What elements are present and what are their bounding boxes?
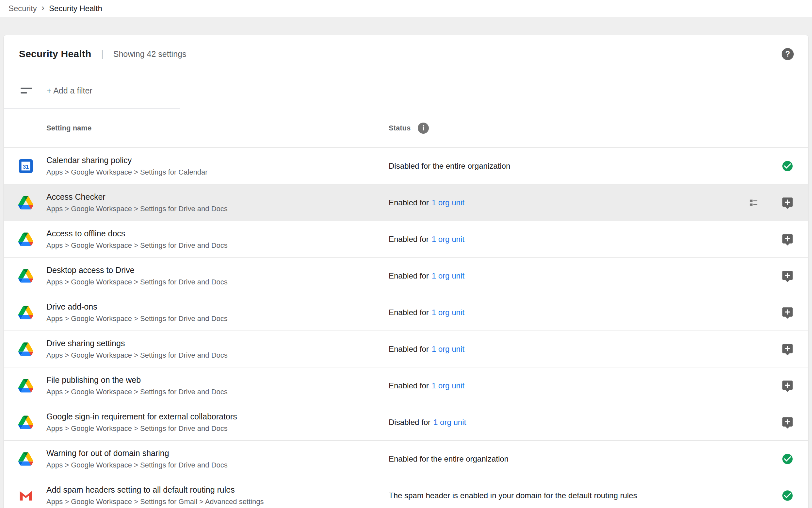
drive-icon xyxy=(18,452,33,466)
setting-title: Warning for out of domain sharing xyxy=(46,449,389,458)
table-row[interactable]: Desktop access to Drive Apps > Google Wo… xyxy=(4,258,808,294)
setting-title: Access to offline docs xyxy=(46,229,389,238)
status-text: Disabled for the entire organization xyxy=(389,162,510,171)
status-ok-icon xyxy=(781,160,794,172)
setting-icon-cell xyxy=(4,305,46,320)
status-org-unit-link[interactable]: 1 org unit xyxy=(432,235,465,244)
status-text: The spam header is enabled in your domai… xyxy=(389,491,637,500)
table-row[interactable]: Access Checker Apps > Google Workspace >… xyxy=(4,184,808,221)
breadcrumb-security[interactable]: Security xyxy=(8,4,37,13)
row-right-icons xyxy=(781,306,808,319)
add-filter-button[interactable]: + Add a filter xyxy=(47,86,92,95)
breadcrumb-current: Security Health xyxy=(49,4,102,13)
drive-icon xyxy=(18,378,33,393)
status-org-unit-link[interactable]: 1 org unit xyxy=(432,381,465,390)
drive-icon xyxy=(18,195,33,210)
setting-name-cell: Add spam headers setting to all default … xyxy=(46,485,389,506)
setting-name-cell: Desktop access to Drive Apps > Google Wo… xyxy=(46,265,389,286)
setting-path: Apps > Google Workspace > Settings for D… xyxy=(46,205,389,213)
drive-icon xyxy=(18,342,33,357)
filter-icon[interactable] xyxy=(20,88,34,93)
setting-path: Apps > Google Workspace > Settings for D… xyxy=(46,461,389,469)
setting-icon-cell xyxy=(4,232,46,247)
status-cell: Disabled for 1 org unit xyxy=(389,418,781,427)
setting-name-cell: Warning for out of domain sharing Apps >… xyxy=(46,449,389,469)
setting-path: Apps > Google Workspace > Settings for D… xyxy=(46,388,389,396)
row-right-icons xyxy=(781,490,808,502)
setting-name-cell: Drive add-ons Apps > Google Workspace > … xyxy=(46,302,389,323)
setting-name-cell: Calendar sharing policy Apps > Google Wo… xyxy=(46,156,389,176)
table-row[interactable]: Drive add-ons Apps > Google Workspace > … xyxy=(4,294,808,331)
table-row[interactable]: 31 Calendar sharing policy Apps > Google… xyxy=(4,148,808,184)
table-row[interactable]: Access to offline docs Apps > Google Wor… xyxy=(4,221,808,258)
setting-name-cell: Google sign-in requirement for external … xyxy=(46,412,389,433)
status-cell: Enabled for 1 org unit xyxy=(389,271,781,281)
svg-text:31: 31 xyxy=(23,163,29,169)
status-cell: Enabled for 1 org unit xyxy=(389,198,749,207)
setting-title: Add spam headers setting to all default … xyxy=(46,485,389,495)
setting-title: Calendar sharing policy xyxy=(46,156,389,165)
status-text: Enabled for xyxy=(389,198,429,207)
row-right-icons xyxy=(781,233,808,246)
settings-table-body: 31 Calendar sharing policy Apps > Google… xyxy=(4,148,808,508)
table-row[interactable]: Drive sharing settings Apps > Google Wor… xyxy=(4,331,808,368)
recommendation-icon[interactable] xyxy=(781,306,794,319)
setting-title: Desktop access to Drive xyxy=(46,265,389,275)
table-row[interactable]: Google sign-in requirement for external … xyxy=(4,404,808,441)
recommendation-icon[interactable] xyxy=(781,270,794,282)
info-icon[interactable]: i xyxy=(418,123,429,134)
setting-icon-cell xyxy=(4,342,46,357)
status-cell: Enabled for 1 org unit xyxy=(389,308,781,317)
status-org-unit-link[interactable]: 1 org unit xyxy=(432,271,465,281)
status-org-unit-link[interactable]: 1 org unit xyxy=(432,308,465,317)
chevron-right-icon: › xyxy=(42,3,44,14)
table-row[interactable]: Add spam headers setting to all default … xyxy=(4,477,808,508)
setting-icon-cell xyxy=(4,452,46,466)
recommendation-icon[interactable] xyxy=(781,197,794,209)
drive-icon xyxy=(18,232,33,247)
setting-name-cell: File publishing on the web Apps > Google… xyxy=(46,375,389,396)
setting-icon-cell xyxy=(4,268,46,284)
status-text: Enabled for xyxy=(389,381,429,390)
status-org-unit-link[interactable]: 1 org unit xyxy=(433,418,466,427)
status-text: Enabled for the entire organization xyxy=(389,454,509,464)
setting-path: Apps > Google Workspace > Settings for D… xyxy=(46,278,389,286)
row-right-icons xyxy=(749,197,808,209)
setting-name-cell: Access Checker Apps > Google Workspace >… xyxy=(46,192,389,213)
settings-count-label: Showing 42 settings xyxy=(113,49,187,59)
recommendation-icon[interactable] xyxy=(781,343,794,355)
row-right-icons xyxy=(781,416,808,429)
status-text: Enabled for xyxy=(389,271,429,281)
setting-path: Apps > Google Workspace > Settings for D… xyxy=(46,424,389,433)
setting-title: File publishing on the web xyxy=(46,375,389,385)
help-icon[interactable]: ? xyxy=(782,48,794,60)
setting-name-cell: Access to offline docs Apps > Google Wor… xyxy=(46,229,389,250)
status-org-unit-link[interactable]: 1 org unit xyxy=(432,345,465,354)
setting-title: Google sign-in requirement for external … xyxy=(46,412,389,421)
title-divider: | xyxy=(101,49,103,59)
drive-icon xyxy=(18,415,33,430)
rule-applied-icon xyxy=(749,198,758,208)
table-row[interactable]: File publishing on the web Apps > Google… xyxy=(4,368,808,404)
status-org-unit-link[interactable]: 1 org unit xyxy=(432,198,465,207)
table-row[interactable]: Warning for out of domain sharing Apps >… xyxy=(4,441,808,477)
setting-icon-cell: 31 xyxy=(4,159,46,174)
setting-title: Access Checker xyxy=(46,192,389,202)
status-text: Enabled for xyxy=(389,345,429,354)
recommendation-icon[interactable] xyxy=(781,380,794,392)
status-cell: The spam header is enabled in your domai… xyxy=(389,491,781,500)
recommendation-icon[interactable] xyxy=(781,416,794,429)
status-text: Enabled for xyxy=(389,235,429,244)
status-cell: Enabled for 1 org unit xyxy=(389,381,781,390)
calendar-icon: 31 xyxy=(18,159,33,174)
status-cell: Enabled for 1 org unit xyxy=(389,235,781,244)
security-health-card: Security Health | Showing 42 settings ? … xyxy=(4,35,808,508)
status-text: Disabled for xyxy=(389,418,430,427)
setting-path: Apps > Google Workspace > Settings for D… xyxy=(46,351,389,359)
status-cell: Disabled for the entire organization xyxy=(389,162,781,171)
setting-icon-cell xyxy=(4,488,46,503)
drive-icon xyxy=(18,305,33,320)
status-ok-icon xyxy=(781,453,794,465)
setting-path: Apps > Google Workspace > Settings for D… xyxy=(46,241,389,250)
recommendation-icon[interactable] xyxy=(781,233,794,246)
